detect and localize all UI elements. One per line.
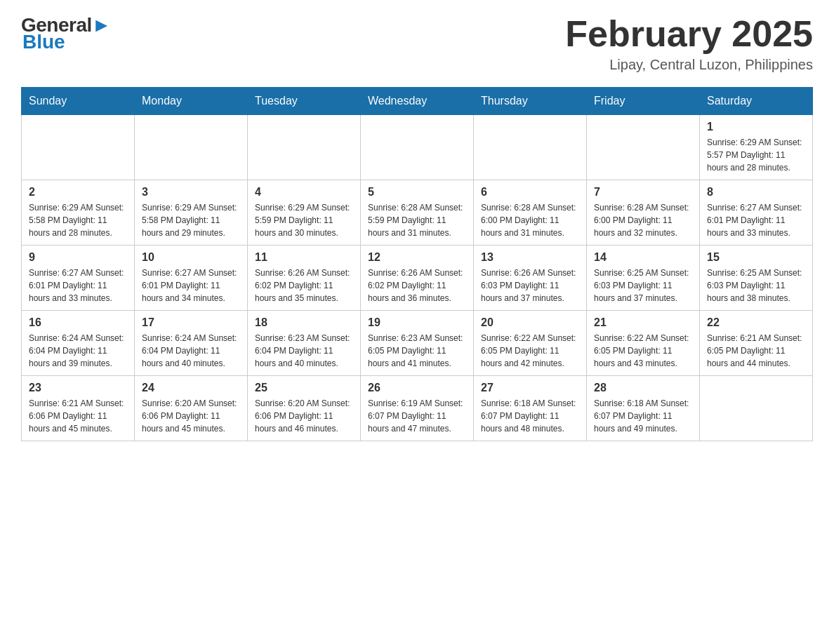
calendar-cell: 15Sunrise: 6:25 AM Sunset: 6:03 PM Dayli… (700, 246, 813, 311)
week-row-4: 16Sunrise: 6:24 AM Sunset: 6:04 PM Dayli… (22, 311, 813, 376)
day-info: Sunrise: 6:28 AM Sunset: 6:00 PM Dayligh… (481, 201, 579, 239)
calendar-cell: 21Sunrise: 6:22 AM Sunset: 6:05 PM Dayli… (587, 311, 700, 376)
day-number: 5 (368, 186, 466, 199)
calendar-cell: 17Sunrise: 6:24 AM Sunset: 6:04 PM Dayli… (135, 311, 248, 376)
calendar-cell: 28Sunrise: 6:18 AM Sunset: 6:07 PM Dayli… (587, 376, 700, 441)
day-info: Sunrise: 6:29 AM Sunset: 5:58 PM Dayligh… (29, 201, 127, 239)
day-info: Sunrise: 6:26 AM Sunset: 6:02 PM Dayligh… (255, 267, 353, 304)
header-wednesday: Wednesday (361, 88, 474, 115)
day-number: 28 (594, 382, 692, 394)
calendar-cell: 1Sunrise: 6:29 AM Sunset: 5:57 PM Daylig… (700, 115, 813, 180)
calendar-cell: 4Sunrise: 6:29 AM Sunset: 5:59 PM Daylig… (248, 180, 361, 246)
day-number: 7 (594, 186, 692, 199)
calendar-cell (361, 115, 474, 180)
day-info: Sunrise: 6:24 AM Sunset: 6:04 PM Dayligh… (142, 332, 240, 370)
day-number: 20 (481, 316, 579, 329)
day-number: 24 (142, 382, 240, 394)
calendar-cell: 10Sunrise: 6:27 AM Sunset: 6:01 PM Dayli… (135, 246, 248, 311)
day-info: Sunrise: 6:23 AM Sunset: 6:04 PM Dayligh… (255, 332, 353, 370)
week-row-2: 2Sunrise: 6:29 AM Sunset: 5:58 PM Daylig… (22, 180, 813, 246)
header-saturday: Saturday (700, 88, 813, 115)
calendar-cell (248, 115, 361, 180)
calendar-cell (700, 376, 813, 441)
day-info: Sunrise: 6:23 AM Sunset: 6:05 PM Dayligh… (368, 332, 466, 370)
logo-blue: Blue (21, 31, 65, 53)
calendar-cell: 14Sunrise: 6:25 AM Sunset: 6:03 PM Dayli… (587, 246, 700, 311)
calendar-cell: 5Sunrise: 6:28 AM Sunset: 5:59 PM Daylig… (361, 180, 474, 246)
calendar-cell: 9Sunrise: 6:27 AM Sunset: 6:01 PM Daylig… (22, 246, 135, 311)
day-number: 12 (368, 251, 466, 264)
day-number: 10 (142, 251, 240, 264)
calendar-cell: 27Sunrise: 6:18 AM Sunset: 6:07 PM Dayli… (474, 376, 587, 441)
day-number: 4 (255, 186, 353, 199)
day-number: 2 (29, 186, 127, 199)
day-info: Sunrise: 6:27 AM Sunset: 6:01 PM Dayligh… (142, 267, 240, 304)
day-info: Sunrise: 6:27 AM Sunset: 6:01 PM Dayligh… (707, 201, 805, 239)
day-number: 3 (142, 186, 240, 199)
location: Lipay, Central Luzon, Philippines (565, 57, 813, 73)
day-number: 21 (594, 316, 692, 329)
calendar-cell (135, 115, 248, 180)
day-number: 26 (368, 382, 466, 394)
calendar-header-row: Sunday Monday Tuesday Wednesday Thursday… (22, 88, 813, 115)
calendar-cell: 16Sunrise: 6:24 AM Sunset: 6:04 PM Dayli… (22, 311, 135, 376)
day-number: 15 (707, 251, 805, 264)
day-info: Sunrise: 6:27 AM Sunset: 6:01 PM Dayligh… (29, 267, 127, 304)
day-number: 23 (29, 382, 127, 394)
day-info: Sunrise: 6:21 AM Sunset: 6:06 PM Dayligh… (29, 397, 127, 435)
calendar-cell: 8Sunrise: 6:27 AM Sunset: 6:01 PM Daylig… (700, 180, 813, 246)
day-number: 14 (594, 251, 692, 264)
header-sunday: Sunday (22, 88, 135, 115)
calendar-cell (587, 115, 700, 180)
header-monday: Monday (135, 88, 248, 115)
day-info: Sunrise: 6:24 AM Sunset: 6:04 PM Dayligh… (29, 332, 127, 370)
day-number: 8 (707, 186, 805, 199)
day-number: 1 (707, 121, 805, 133)
day-number: 17 (142, 316, 240, 329)
day-info: Sunrise: 6:25 AM Sunset: 6:03 PM Dayligh… (707, 267, 805, 304)
day-info: Sunrise: 6:22 AM Sunset: 6:05 PM Dayligh… (481, 332, 579, 370)
calendar-cell: 22Sunrise: 6:21 AM Sunset: 6:05 PM Dayli… (700, 311, 813, 376)
day-info: Sunrise: 6:18 AM Sunset: 6:07 PM Dayligh… (594, 397, 692, 435)
calendar-cell (474, 115, 587, 180)
calendar-cell: 19Sunrise: 6:23 AM Sunset: 6:05 PM Dayli… (361, 311, 474, 376)
day-number: 9 (29, 251, 127, 264)
calendar-cell: 2Sunrise: 6:29 AM Sunset: 5:58 PM Daylig… (22, 180, 135, 246)
calendar-cell: 11Sunrise: 6:26 AM Sunset: 6:02 PM Dayli… (248, 246, 361, 311)
day-info: Sunrise: 6:22 AM Sunset: 6:05 PM Dayligh… (594, 332, 692, 370)
month-title: February 2025 (565, 14, 813, 54)
day-info: Sunrise: 6:20 AM Sunset: 6:06 PM Dayligh… (142, 397, 240, 435)
calendar-cell: 24Sunrise: 6:20 AM Sunset: 6:06 PM Dayli… (135, 376, 248, 441)
day-info: Sunrise: 6:21 AM Sunset: 6:05 PM Dayligh… (707, 332, 805, 370)
calendar-cell: 7Sunrise: 6:28 AM Sunset: 6:00 PM Daylig… (587, 180, 700, 246)
calendar-cell: 23Sunrise: 6:21 AM Sunset: 6:06 PM Dayli… (22, 376, 135, 441)
day-number: 6 (481, 186, 579, 199)
day-number: 25 (255, 382, 353, 394)
day-info: Sunrise: 6:29 AM Sunset: 5:57 PM Dayligh… (707, 136, 805, 174)
calendar-cell: 26Sunrise: 6:19 AM Sunset: 6:07 PM Dayli… (361, 376, 474, 441)
day-info: Sunrise: 6:26 AM Sunset: 6:03 PM Dayligh… (481, 267, 579, 304)
page-header: General► Blue February 2025 Lipay, Centr… (21, 14, 813, 73)
calendar-cell: 3Sunrise: 6:29 AM Sunset: 5:58 PM Daylig… (135, 180, 248, 246)
calendar-cell: 6Sunrise: 6:28 AM Sunset: 6:00 PM Daylig… (474, 180, 587, 246)
day-info: Sunrise: 6:20 AM Sunset: 6:06 PM Dayligh… (255, 397, 353, 435)
day-number: 27 (481, 382, 579, 394)
header-thursday: Thursday (474, 88, 587, 115)
day-number: 19 (368, 316, 466, 329)
header-friday: Friday (587, 88, 700, 115)
day-info: Sunrise: 6:28 AM Sunset: 5:59 PM Dayligh… (368, 201, 466, 239)
logo: General► Blue (21, 14, 111, 53)
day-info: Sunrise: 6:26 AM Sunset: 6:02 PM Dayligh… (368, 267, 466, 304)
day-info: Sunrise: 6:19 AM Sunset: 6:07 PM Dayligh… (368, 397, 466, 435)
week-row-1: 1Sunrise: 6:29 AM Sunset: 5:57 PM Daylig… (22, 115, 813, 180)
day-number: 18 (255, 316, 353, 329)
day-info: Sunrise: 6:25 AM Sunset: 6:03 PM Dayligh… (594, 267, 692, 304)
day-info: Sunrise: 6:28 AM Sunset: 6:00 PM Dayligh… (594, 201, 692, 239)
day-number: 13 (481, 251, 579, 264)
day-info: Sunrise: 6:18 AM Sunset: 6:07 PM Dayligh… (481, 397, 579, 435)
day-info: Sunrise: 6:29 AM Sunset: 5:58 PM Dayligh… (142, 201, 240, 239)
day-number: 16 (29, 316, 127, 329)
calendar-cell (22, 115, 135, 180)
calendar-cell: 20Sunrise: 6:22 AM Sunset: 6:05 PM Dayli… (474, 311, 587, 376)
week-row-3: 9Sunrise: 6:27 AM Sunset: 6:01 PM Daylig… (22, 246, 813, 311)
